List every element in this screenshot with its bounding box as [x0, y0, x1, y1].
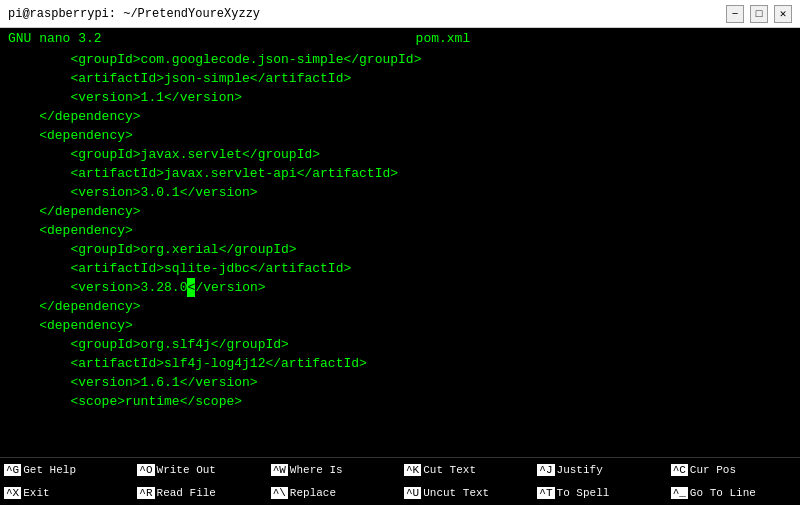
shortcut-item: ^JJustify: [533, 458, 666, 482]
shortcut-key[interactable]: ^R: [137, 487, 154, 499]
editor-line: <scope>runtime</scope>: [8, 392, 792, 411]
shortcut-key[interactable]: ^\: [271, 487, 288, 499]
shortcut-key[interactable]: ^U: [404, 487, 421, 499]
shortcut-key[interactable]: ^G: [4, 464, 21, 476]
shortcut-key[interactable]: ^W: [271, 464, 288, 476]
shortcut-label: To Spell: [557, 487, 610, 499]
shortcut-label: Replace: [290, 487, 336, 499]
editor-line: <artifactId>json-simple</artifactId>: [8, 69, 792, 88]
title-text: pi@raspberrypi: ~/PretendYoureXyzzy: [8, 7, 260, 21]
editor-area[interactable]: <groupId>com.googlecode.json-simple</gro…: [0, 48, 800, 438]
shortcut-key[interactable]: ^_: [671, 487, 688, 499]
shortcut-key[interactable]: ^C: [671, 464, 688, 476]
shortcut-item: ^_Go To Line: [667, 482, 800, 506]
shortcut-item: ^RRead File: [133, 482, 266, 506]
nano-header-right: [784, 31, 792, 46]
shortcut-key[interactable]: ^J: [537, 464, 554, 476]
editor-line: </dependency>: [8, 107, 792, 126]
editor-line: <version>3.0.1</version>: [8, 183, 792, 202]
shortcut-key[interactable]: ^O: [137, 464, 154, 476]
editor-line: <version>1.6.1</version>: [8, 373, 792, 392]
shortcut-item: ^WWhere Is: [267, 458, 400, 482]
shortcut-label: Uncut Text: [423, 487, 489, 499]
shortcut-item: ^OWrite Out: [133, 458, 266, 482]
close-button[interactable]: ✕: [774, 5, 792, 23]
shortcut-label: Read File: [157, 487, 216, 499]
editor-line: <groupId>org.xerial</groupId>: [8, 240, 792, 259]
shortcut-label: Write Out: [157, 464, 216, 476]
editor-line: <dependency>: [8, 221, 792, 240]
editor-line: <groupId>com.googlecode.json-simple</gro…: [8, 50, 792, 69]
minimize-button[interactable]: −: [726, 5, 744, 23]
editor-line: <version>3.28.0</version>: [8, 278, 792, 297]
shortcut-key[interactable]: ^K: [404, 464, 421, 476]
shortcut-bar: ^GGet Help^OWrite Out^WWhere Is^KCut Tex…: [0, 457, 800, 505]
shortcut-key[interactable]: ^T: [537, 487, 554, 499]
title-bar: pi@raspberrypi: ~/PretendYoureXyzzy − □ …: [0, 0, 800, 28]
editor-line: </dependency>: [8, 202, 792, 221]
editor-line: <dependency>: [8, 316, 792, 335]
shortcut-item: ^XExit: [0, 482, 133, 506]
shortcut-label: Exit: [23, 487, 49, 499]
editor-line: <version>1.1</version>: [8, 88, 792, 107]
nano-title: GNU nano 3.2: [8, 31, 102, 46]
title-bar-left: pi@raspberrypi: ~/PretendYoureXyzzy: [8, 7, 260, 21]
shortcut-key[interactable]: ^X: [4, 487, 21, 499]
editor-line: <artifactId>slf4j-log4j12</artifactId>: [8, 354, 792, 373]
shortcut-label: Cut Text: [423, 464, 476, 476]
shortcut-item: ^TTo Spell: [533, 482, 666, 506]
shortcut-item: ^\Replace: [267, 482, 400, 506]
shortcut-label: Go To Line: [690, 487, 756, 499]
nano-header: GNU nano 3.2 pom.xml: [0, 28, 800, 48]
editor-line: <groupId>org.slf4j</groupId>: [8, 335, 792, 354]
editor-line: <groupId>javax.servlet</groupId>: [8, 145, 792, 164]
shortcut-item: ^UUncut Text: [400, 482, 533, 506]
shortcut-item: ^KCut Text: [400, 458, 533, 482]
editor-line: <artifactId>sqlite-jdbc</artifactId>: [8, 259, 792, 278]
shortcut-item: ^GGet Help: [0, 458, 133, 482]
text-cursor: <: [187, 278, 195, 297]
maximize-button[interactable]: □: [750, 5, 768, 23]
nano-filename: pom.xml: [416, 31, 471, 46]
shortcut-item: ^CCur Pos: [667, 458, 800, 482]
shortcut-label: Get Help: [23, 464, 76, 476]
shortcut-label: Cur Pos: [690, 464, 736, 476]
editor-line: </dependency>: [8, 297, 792, 316]
editor-line: <dependency>: [8, 126, 792, 145]
shortcut-label: Justify: [557, 464, 603, 476]
editor-line: <artifactId>javax.servlet-api</artifactI…: [8, 164, 792, 183]
shortcut-label: Where Is: [290, 464, 343, 476]
title-controls: − □ ✕: [726, 5, 792, 23]
